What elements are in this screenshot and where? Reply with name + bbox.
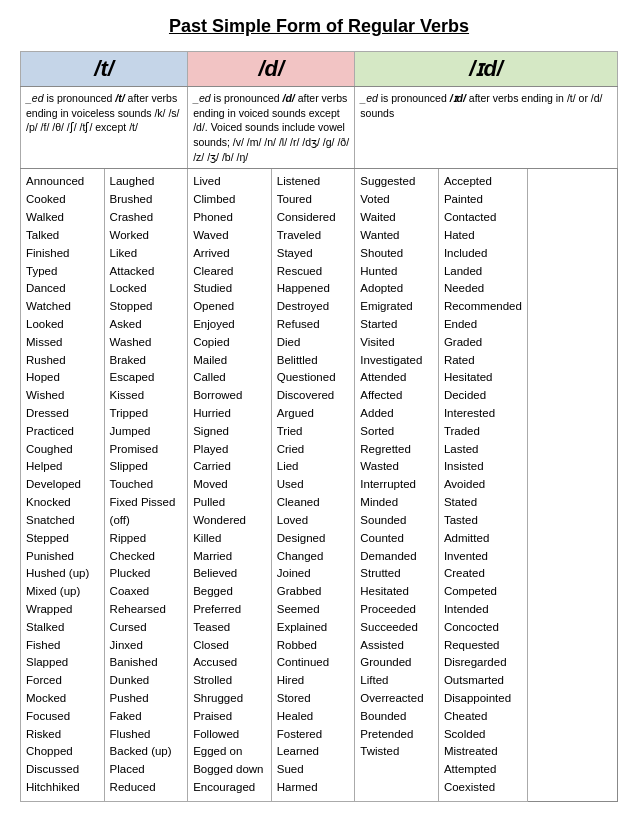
list-item: Attended [360,369,433,387]
list-item: Assisted [360,637,433,655]
list-item: Stayed [277,245,350,263]
list-item: Strutted [360,565,433,583]
list-item: Snatched [26,512,99,530]
list-item: Mixed (up) [26,583,99,601]
list-item: Chopped [26,743,99,761]
list-item: Succeeded [360,619,433,637]
list-item: Stalked [26,619,99,637]
list-item: Regretted [360,441,433,459]
list-item: Finished [26,245,99,263]
list-item: Healed [277,708,350,726]
desc-d: _ed is pronounced /d/ after verbs ending… [188,87,355,169]
list-item: Insisted [444,458,523,476]
list-item: Practiced [26,423,99,441]
list-item: Reduced [110,779,183,797]
list-item: Announced [26,173,99,191]
list-item: Recommended [444,298,523,316]
list-item: Egged on [193,743,266,761]
list-item: Seemed [277,601,350,619]
list-item: Questioned [277,369,350,387]
list-item: Pulled [193,494,266,512]
list-item: Cried [277,441,350,459]
list-item: Developed [26,476,99,494]
list-item: Tried [277,423,350,441]
list-item: Started [360,316,433,334]
list-item: Flushed [110,726,183,744]
list-item: Played [193,441,266,459]
list-item: Painted [444,191,523,209]
list-item: Added [360,405,433,423]
list-item: Died [277,334,350,352]
list-item: Missed [26,334,99,352]
list-item: Hoped [26,369,99,387]
list-item: Worked [110,227,183,245]
desc-t: _ed is pronounced /t/ after verbs ending… [21,87,188,169]
list-item: Concocted [444,619,523,637]
header-id: /ɪd/ [355,52,618,87]
words-t-col1: AnnouncedCookedWalkedTalkedFinishedTyped… [21,169,105,801]
list-item: Fished [26,637,99,655]
list-item: Competed [444,583,523,601]
list-item: Knocked [26,494,99,512]
list-item: Copied [193,334,266,352]
list-item: Hunted [360,263,433,281]
list-item: Contacted [444,209,523,227]
list-item: Stepped [26,530,99,548]
list-item: Plucked [110,565,183,583]
list-item: Wanted [360,227,433,245]
list-item: Twisted [360,743,433,761]
list-item: Faked [110,708,183,726]
list-item: Pushed [110,690,183,708]
list-item: Jinxed [110,637,183,655]
words-id-col2: AcceptedPaintedContactedHatedIncludedLan… [438,169,528,801]
list-item: Hated [444,227,523,245]
list-item: Happened [277,280,350,298]
list-item: Harmed [277,779,350,797]
list-item: Locked [110,280,183,298]
list-item: Encouraged [193,779,266,797]
list-item: Learned [277,743,350,761]
list-item: Fostered [277,726,350,744]
list-item: Grabbed [277,583,350,601]
list-item: Brushed [110,191,183,209]
list-item: Landed [444,263,523,281]
list-item: Cooked [26,191,99,209]
list-item: Tasted [444,512,523,530]
list-item: Voted [360,191,433,209]
list-item: Decided [444,387,523,405]
list-item: Strolled [193,672,266,690]
list-item: Tripped [110,405,183,423]
list-item: Suggested [360,173,433,191]
list-item: Needed [444,280,523,298]
list-item: Begged [193,583,266,601]
list-item: Toured [277,191,350,209]
list-item: Hesitated [444,369,523,387]
list-item: Married [193,548,266,566]
list-item: Discussed [26,761,99,779]
list-item: Liked [110,245,183,263]
list-item: Kissed [110,387,183,405]
list-item: Laughed [110,173,183,191]
list-item: Accepted [444,173,523,191]
list-item: Lifted [360,672,433,690]
list-item: Enjoyed [193,316,266,334]
list-item: Hurried [193,405,266,423]
list-item: Killed [193,530,266,548]
list-item: Waited [360,209,433,227]
list-item: Wondered [193,512,266,530]
list-item: Talked [26,227,99,245]
list-item: Helped [26,458,99,476]
list-item: Escaped [110,369,183,387]
list-item: Investigated [360,352,433,370]
list-item: Belittled [277,352,350,370]
list-item: Cleared [193,263,266,281]
list-item: Adopted [360,280,433,298]
list-item: Attacked [110,263,183,281]
header-t: /t/ [21,52,188,87]
list-item: Explained [277,619,350,637]
list-item: Opened [193,298,266,316]
list-item: Bounded [360,708,433,726]
list-item: Placed [110,761,183,779]
list-item: Loved [277,512,350,530]
list-item: Carried [193,458,266,476]
